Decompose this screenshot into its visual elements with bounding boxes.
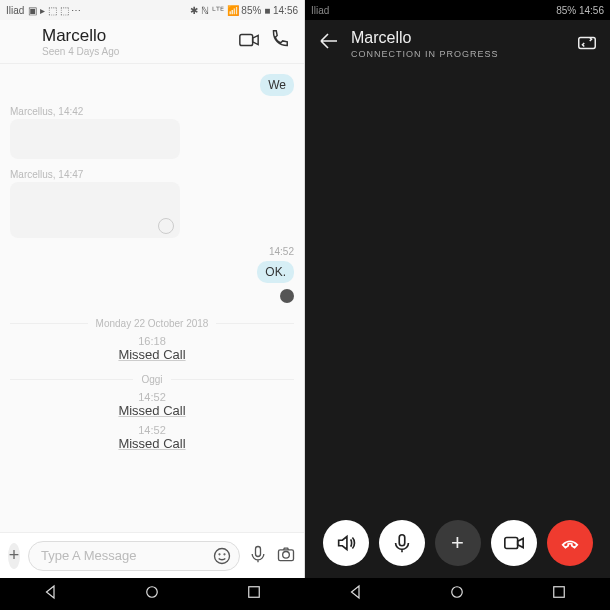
svg-rect-7 [579, 37, 596, 48]
date-divider: Monday 22 October 2018 [10, 318, 294, 329]
missed-call-row[interactable]: 14:52 Missed Call [10, 391, 294, 418]
svg-point-6 [283, 551, 290, 558]
call-label: Missed Call [10, 403, 294, 418]
incoming-message[interactable] [10, 182, 180, 238]
svg-point-1 [215, 548, 230, 563]
missed-call-row[interactable]: 16:18 Missed Call [10, 335, 294, 362]
status-icons: ▣ ▸ ⬚ ⬚ ⋯ [28, 5, 81, 16]
call-time: 14:52 [10, 424, 294, 436]
svg-rect-13 [554, 587, 565, 598]
nav-home-button[interactable] [143, 583, 161, 605]
message-meta: Marcellus, 14:47 [10, 169, 294, 180]
status-bar-left: Iliad ▣ ▸ ⬚ ⬚ ⋯ ✱ ℕ ᴸᵀᴱ 📶 85% ■ 14:56 [0, 0, 304, 20]
outgoing-message[interactable]: We [10, 74, 294, 96]
back-button[interactable] [10, 27, 34, 57]
call-time: 14:52 [10, 391, 294, 403]
call-status: CONNECTION IN PROGRESS [351, 49, 576, 59]
nav-recent-button[interactable] [550, 583, 568, 605]
message-text: OK. [257, 261, 294, 283]
back-button[interactable] [317, 29, 341, 59]
chat-screen: Iliad ▣ ▸ ⬚ ⬚ ⋯ ✱ ℕ ᴸᵀᴱ 📶 85% ■ 14:56 Ma… [0, 0, 305, 578]
emoji-icon[interactable] [212, 546, 232, 570]
voice-call-button[interactable] [264, 29, 294, 55]
call-contact-name: Marcello [351, 29, 576, 47]
more-options-button[interactable]: + [435, 520, 481, 566]
outgoing-message[interactable]: OK. [10, 261, 294, 283]
call-time: 16:18 [10, 335, 294, 347]
carrier-label: Iliad [6, 5, 24, 16]
smile-icon [158, 218, 174, 234]
svg-point-12 [452, 587, 463, 598]
android-nav-bar [0, 578, 610, 610]
status-right: ✱ ℕ ᴸᵀᴱ 📶 85% ■ 14:56 [190, 5, 298, 16]
last-seen: Seen 4 Days Ago [42, 46, 234, 57]
status-right: 85% 14:56 [556, 5, 604, 16]
call-label: Missed Call [10, 347, 294, 362]
video-toggle-button[interactable] [491, 520, 537, 566]
microphone-icon[interactable] [248, 544, 268, 568]
nav-recent-button[interactable] [245, 583, 263, 605]
timestamp: 14:52 [10, 246, 294, 257]
nav-back-button[interactable] [347, 583, 365, 605]
svg-rect-9 [504, 538, 517, 549]
camera-switch-button[interactable] [576, 31, 598, 57]
svg-rect-8 [399, 535, 405, 546]
carrier-label: Iliad [311, 5, 329, 16]
message-text: We [260, 74, 294, 96]
call-label: Missed Call [10, 436, 294, 451]
read-avatar-icon [280, 289, 294, 303]
add-attachment-button[interactable]: + [8, 543, 20, 569]
video-call-button[interactable] [234, 29, 264, 55]
end-call-button[interactable] [547, 520, 593, 566]
status-bar-right: Iliad 85% 14:56 [305, 0, 610, 20]
nav-back-button[interactable] [42, 583, 60, 605]
today-divider: Oggi [10, 374, 294, 385]
message-input[interactable] [28, 541, 240, 571]
call-header: Marcello CONNECTION IN PROGRESS [305, 20, 610, 68]
camera-icon[interactable] [276, 544, 296, 568]
message-meta: Marcellus, 14:42 [10, 106, 294, 117]
svg-rect-0 [240, 34, 253, 45]
svg-rect-4 [256, 546, 261, 556]
call-screen: Iliad 85% 14:56 Marcello CONNECTION IN P… [305, 0, 610, 578]
speaker-button[interactable] [323, 520, 369, 566]
call-controls: + [305, 520, 610, 566]
mute-button[interactable] [379, 520, 425, 566]
svg-point-10 [147, 587, 158, 598]
svg-point-2 [219, 553, 220, 554]
missed-call-row[interactable]: 14:52 Missed Call [10, 424, 294, 451]
incoming-message[interactable] [10, 119, 180, 159]
svg-rect-11 [249, 587, 260, 598]
svg-point-3 [224, 553, 225, 554]
nav-home-button[interactable] [448, 583, 466, 605]
chat-input-bar: + [0, 532, 304, 578]
contact-name[interactable]: Marcello [42, 26, 234, 46]
chat-header: Marcello Seen 4 Days Ago [0, 20, 304, 64]
chat-body[interactable]: We Marcellus, 14:42 Marcellus, 14:47 14:… [0, 64, 304, 532]
